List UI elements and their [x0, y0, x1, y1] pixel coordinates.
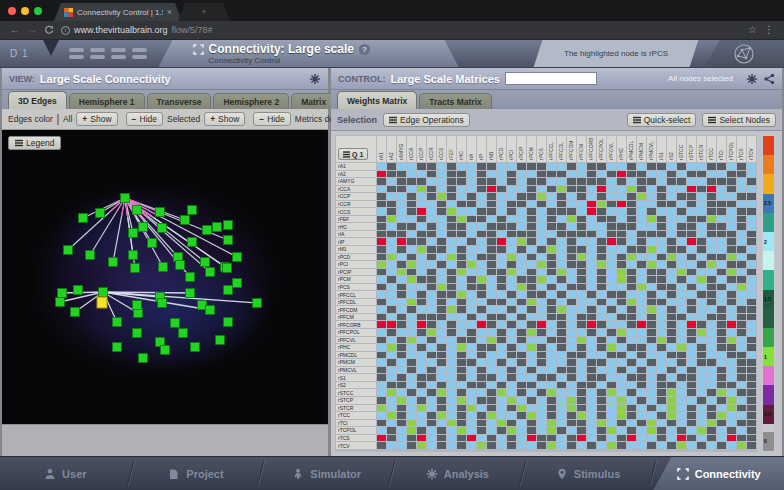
- matrix-cell[interactable]: [427, 284, 436, 291]
- matrix-cell[interactable]: [737, 276, 746, 283]
- matrix-cell[interactable]: [447, 352, 456, 359]
- matrix-cell[interactable]: [427, 269, 436, 276]
- matrix-cell[interactable]: [507, 352, 516, 359]
- matrix-cell[interactable]: [647, 412, 656, 419]
- matrix-cell[interactable]: [527, 193, 536, 200]
- matrix-cell[interactable]: [397, 231, 406, 238]
- matrix-cell[interactable]: [447, 367, 456, 374]
- matrix-cell[interactable]: [727, 276, 736, 283]
- matrix-cell[interactable]: [667, 193, 676, 200]
- matrix-cell[interactable]: [617, 382, 626, 389]
- matrix-cell[interactable]: [477, 254, 486, 261]
- matrix-cell[interactable]: [577, 299, 586, 306]
- matrix-cell[interactable]: [397, 284, 406, 291]
- matrix-cell[interactable]: [677, 412, 686, 419]
- matrix-cell[interactable]: [447, 223, 456, 230]
- matrix-cell[interactable]: [587, 284, 596, 291]
- matrix-cell[interactable]: [437, 420, 446, 427]
- matrix-cell[interactable]: [477, 163, 486, 170]
- matrix-row-header[interactable]: rIA: [336, 231, 376, 238]
- matrix-cell[interactable]: [417, 412, 426, 419]
- matrix-cell[interactable]: [647, 405, 656, 412]
- matrix-cell[interactable]: [627, 397, 636, 404]
- matrix-row-header[interactable]: rIP: [336, 238, 376, 245]
- matrix-cell[interactable]: [577, 186, 586, 193]
- matrix-cell[interactable]: [407, 186, 416, 193]
- matrix-cell[interactable]: [437, 389, 446, 396]
- matrix-cell[interactable]: [407, 329, 416, 336]
- matrix-cell[interactable]: [547, 269, 556, 276]
- matrix-cell[interactable]: [667, 420, 676, 427]
- matrix-cell[interactable]: [657, 397, 666, 404]
- matrix-cell[interactable]: [717, 405, 726, 412]
- matrix-cell[interactable]: [637, 201, 646, 208]
- matrix-cell[interactable]: [677, 435, 686, 442]
- matrix-cell[interactable]: [407, 216, 416, 223]
- matrix-cell[interactable]: [657, 382, 666, 389]
- matrix-cell[interactable]: [697, 367, 706, 374]
- matrix-cell[interactable]: [427, 238, 436, 245]
- matrix-cell[interactable]: [537, 352, 546, 359]
- matrix-cell[interactable]: [747, 238, 756, 245]
- matrix-cell[interactable]: [667, 178, 676, 185]
- matrix-cell[interactable]: [527, 382, 536, 389]
- matrix-cell[interactable]: [567, 208, 576, 215]
- matrix-cell[interactable]: [567, 269, 576, 276]
- matrix-cell[interactable]: [567, 442, 576, 449]
- matrix-cell[interactable]: [447, 420, 456, 427]
- matrix-cell[interactable]: [727, 397, 736, 404]
- matrix-cell[interactable]: [447, 208, 456, 215]
- matrix-cell[interactable]: [687, 442, 696, 449]
- matrix-cell[interactable]: [647, 171, 656, 178]
- matrix-cell[interactable]: [437, 208, 446, 215]
- matrix-cell[interactable]: [707, 344, 716, 351]
- matrix-cell[interactable]: [637, 193, 646, 200]
- matrix-cell[interactable]: [557, 269, 566, 276]
- matrix-cell[interactable]: [457, 367, 466, 374]
- hide-selected-button[interactable]: −Hide: [253, 112, 290, 126]
- bookmark-star-icon[interactable]: ☆: [748, 25, 757, 35]
- matrix-cell[interactable]: [407, 382, 416, 389]
- matrix-cell[interactable]: [737, 201, 746, 208]
- matrix-cell[interactable]: [437, 261, 446, 268]
- matrix-row-header[interactable]: rA2: [336, 171, 376, 178]
- matrix-cell[interactable]: [627, 337, 636, 344]
- matrix-cell[interactable]: [487, 201, 496, 208]
- matrix-cell[interactable]: [387, 246, 396, 253]
- matrix-cell[interactable]: [537, 163, 546, 170]
- matrix-cell[interactable]: [627, 261, 636, 268]
- matrix-cell[interactable]: [607, 238, 616, 245]
- matrix-cell[interactable]: [637, 314, 646, 321]
- matrix-cell[interactable]: [537, 420, 546, 427]
- matrix-cell[interactable]: [527, 231, 536, 238]
- matrix-cell[interactable]: [627, 367, 636, 374]
- matrix-cell[interactable]: [617, 276, 626, 283]
- matrix-cell[interactable]: [487, 382, 496, 389]
- matrix-cell[interactable]: [637, 382, 646, 389]
- matrix-cell[interactable]: [687, 412, 696, 419]
- matrix-cell[interactable]: [587, 193, 596, 200]
- matrix-cell[interactable]: [687, 352, 696, 359]
- matrix-cell[interactable]: [507, 231, 516, 238]
- matrix-cell[interactable]: [457, 337, 466, 344]
- matrix-cell[interactable]: [557, 405, 566, 412]
- matrix-cell[interactable]: [607, 306, 616, 313]
- matrix-cell[interactable]: [557, 276, 566, 283]
- matrix-cell[interactable]: [607, 382, 616, 389]
- matrix-cell[interactable]: [477, 269, 486, 276]
- matrix-cell[interactable]: [397, 405, 406, 412]
- matrix-cell[interactable]: [567, 201, 576, 208]
- matrix-cell[interactable]: [737, 427, 746, 434]
- matrix-cell[interactable]: [597, 186, 606, 193]
- matrix-cell[interactable]: [667, 442, 676, 449]
- nav-item-analysis[interactable]: Analysis: [392, 457, 523, 490]
- matrix-cell[interactable]: [687, 178, 696, 185]
- matrix-cell[interactable]: [717, 389, 726, 396]
- matrix-cell[interactable]: [677, 193, 686, 200]
- matrix-cell[interactable]: [497, 435, 506, 442]
- matrix-cell[interactable]: [747, 397, 756, 404]
- matrix-cell[interactable]: [707, 359, 716, 366]
- matrix-row-header[interactable]: rPMCVL: [336, 367, 376, 374]
- matrix-cell[interactable]: [727, 306, 736, 313]
- matrix-cell[interactable]: [437, 427, 446, 434]
